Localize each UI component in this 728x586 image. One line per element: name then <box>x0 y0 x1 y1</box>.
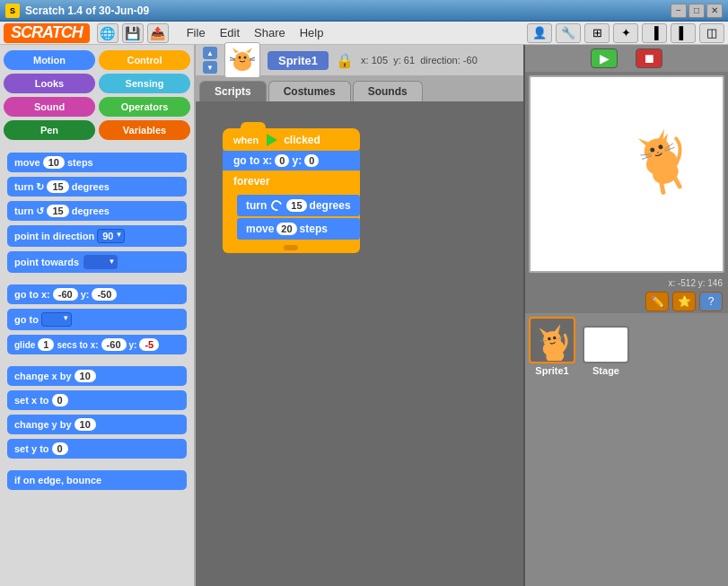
cat-sound[interactable]: Sound <box>4 97 95 117</box>
svg-point-5 <box>244 57 247 59</box>
svg-line-6 <box>230 57 235 59</box>
left-panel: Motion Control Looks Sensing Sound Opera… <box>0 45 196 586</box>
menu-items: File Edit Share Help <box>180 24 331 41</box>
cat-control[interactable]: Control <box>99 50 190 70</box>
block-turn-cw[interactable]: turn ↻ 15 degrees <box>7 177 187 197</box>
sprite-coords: x: 105 y: 61 direction: -60 <box>361 55 478 66</box>
block-turn-inner[interactable]: turn 15 degrees <box>237 195 360 216</box>
sprite1-label: Sprite1 <box>535 365 568 376</box>
block-move-inner[interactable]: move 20 steps <box>237 218 360 240</box>
layout1-button[interactable]: ▐ <box>642 23 667 43</box>
center-panel: ▲ ▼ Sprite1 <box>196 45 523 586</box>
svg-point-1 <box>235 52 250 65</box>
block-glide[interactable]: glide 1 secs to x: -60 y: -5 <box>7 335 187 354</box>
layout2-button[interactable]: ▌ <box>671 23 696 43</box>
block-goto-xy[interactable]: go to x: -60 y: -50 <box>7 284 187 304</box>
block-turn-ccw[interactable]: turn ↺ 15 degrees <box>7 201 187 221</box>
svg-marker-3 <box>246 48 252 53</box>
sprite-list: Sprite1 Stage <box>525 313 728 586</box>
app-icon: S <box>5 4 20 18</box>
window-title: Scratch 1.4 of 30-Jun-09 <box>25 4 669 17</box>
layout3-button[interactable]: ◫ <box>699 23 724 43</box>
minimize-button[interactable]: − <box>671 4 687 18</box>
block-set-y[interactable]: set y to 0 <box>7 439 187 459</box>
menu-edit[interactable]: Edit <box>213 24 247 41</box>
block-point-direction[interactable]: point in direction 90 <box>7 225 187 247</box>
forever-body: turn 15 degrees move 20 steps <box>223 192 360 242</box>
sprite-nav-down[interactable]: ▼ <box>203 61 217 74</box>
block-point-towards[interactable]: point towards <box>7 251 187 273</box>
main-area: Motion Control Looks Sensing Sound Opera… <box>0 45 728 586</box>
cat-sensing[interactable]: Sensing <box>99 74 190 93</box>
menu-file[interactable]: File <box>180 24 213 41</box>
cat-pen[interactable]: Pen <box>4 120 95 140</box>
block-bounce[interactable]: if on edge, bounce <box>7 470 187 490</box>
block-change-x[interactable]: change x by 10 <box>7 366 187 386</box>
share-icon-button[interactable]: 📤 <box>147 23 169 43</box>
stage-label: Stage <box>592 365 619 376</box>
person-icon-button[interactable]: 👤 <box>527 23 552 43</box>
script-tabs: Scripts Costumes Sounds <box>196 77 523 101</box>
menu-bar: SCRATCH 🌐 💾 📤 File Edit Share Help 👤 🔧 ⊞… <box>0 22 728 45</box>
stage-area[interactable] <box>529 75 724 273</box>
menu-help[interactable]: Help <box>293 24 331 41</box>
green-flag-button[interactable]: ▶ <box>591 48 618 68</box>
sprite-nav-up[interactable]: ▲ <box>203 47 217 59</box>
sprite1-thumbnail <box>529 317 575 363</box>
forever-cap <box>223 242 360 253</box>
cat-motion[interactable]: Motion <box>4 50 95 70</box>
svg-line-25 <box>674 176 680 188</box>
svg-line-8 <box>250 57 255 59</box>
block-move[interactable]: move 10 steps <box>7 153 187 172</box>
block-goto[interactable]: go to <box>7 309 187 330</box>
stage-thumbnail <box>583 326 629 363</box>
maximize-button[interactable]: □ <box>689 4 705 18</box>
sprite-item-stage[interactable]: Stage <box>583 326 629 376</box>
block-forever[interactable]: forever <box>223 171 360 192</box>
sprite-header: ▲ ▼ Sprite1 <box>196 45 523 77</box>
cat-operators[interactable]: Operators <box>99 97 190 117</box>
top-right-buttons: 👤 🔧 ⊞ ✦ ▐ ▌ ◫ <box>527 23 724 43</box>
save-icon-button[interactable]: 💾 <box>122 23 144 43</box>
svg-point-4 <box>239 57 241 59</box>
tab-scripts[interactable]: Scripts <box>199 81 267 101</box>
sprite-nav: ▲ ▼ <box>203 47 217 74</box>
cat-variables[interactable]: Variables <box>99 120 190 140</box>
stage-controls: ▶ ⏹ <box>525 45 728 72</box>
sprite-name: Sprite1 <box>268 51 329 70</box>
help-sprite-button[interactable]: ? <box>699 292 723 311</box>
sprite-list-row: Sprite1 Stage <box>529 317 724 376</box>
stage-coords: x: -512 y: 146 <box>525 276 728 290</box>
title-bar: S Scratch 1.4 of 30-Jun-09 − □ ✕ <box>0 0 728 22</box>
script-canvas[interactable]: when clicked go to x: 0 y: 0 forever <box>196 101 523 586</box>
block-forever-wrapper: forever turn 15 degrees move <box>223 171 360 253</box>
close-button[interactable]: ✕ <box>706 4 723 18</box>
block-change-y[interactable]: change y by 10 <box>7 415 187 434</box>
lock-icon: 🔒 <box>336 52 354 69</box>
star-sprite-button[interactable]: ⭐ <box>672 292 696 311</box>
svg-marker-2 <box>232 48 239 53</box>
categories: Motion Control Looks Sensing Sound Opera… <box>0 45 194 147</box>
globe-icon-button[interactable]: 🌐 <box>97 23 118 43</box>
block-set-x[interactable]: set x to 0 <box>7 390 187 410</box>
grid-icon-button[interactable]: ⊞ <box>584 23 610 43</box>
cat-looks[interactable]: Looks <box>4 74 95 93</box>
scratch-logo: SCRATCH <box>4 23 90 43</box>
sprite-view-controls: ✏️ ⭐ ? <box>525 290 728 313</box>
script-stack: when clicked go to x: 0 y: 0 forever <box>223 128 360 253</box>
sprite-item-sprite1[interactable]: Sprite1 <box>529 317 575 376</box>
edit-sprite-button[interactable]: ✏️ <box>645 292 669 311</box>
star-icon-button[interactable]: ✦ <box>613 23 638 43</box>
block-goto-0-0[interactable]: go to x: 0 y: 0 <box>223 150 360 171</box>
stop-button[interactable]: ⏹ <box>636 48 662 68</box>
tool-icon-button[interactable]: 🔧 <box>556 23 581 43</box>
tab-sounds[interactable]: Sounds <box>353 81 423 101</box>
right-panel: ▶ ⏹ <box>523 45 728 586</box>
menu-share[interactable]: Share <box>247 24 293 41</box>
sprite-thumbnail <box>224 42 260 78</box>
blocks-area: move 10 steps turn ↻ 15 degrees turn ↺ 1… <box>0 147 194 586</box>
tab-costumes[interactable]: Costumes <box>268 81 351 101</box>
